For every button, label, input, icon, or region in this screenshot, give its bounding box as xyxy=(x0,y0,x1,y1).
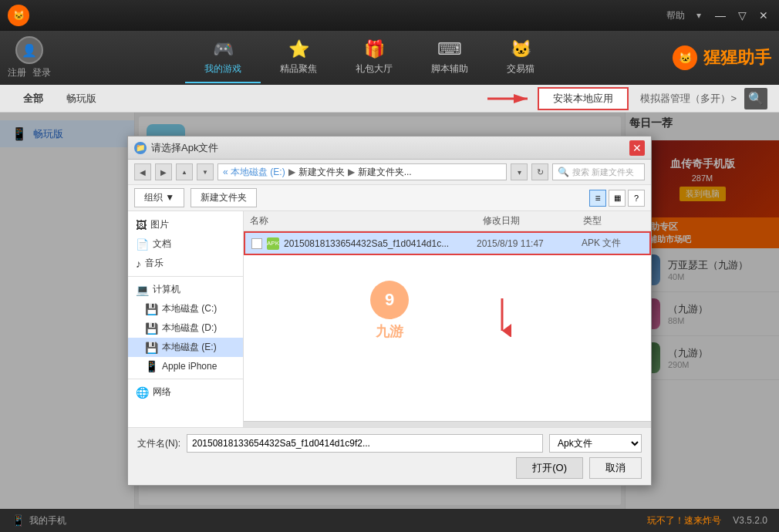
music-icon: ♪ xyxy=(136,258,141,270)
brand-logo: 🐱 xyxy=(673,45,697,70)
footer-filename-row: 文件名(N): Apk文件 xyxy=(137,434,642,453)
title-bar-actions: 帮助 ▾ — ▽ ✕ xyxy=(666,8,771,23)
path-refresh-button[interactable]: ↻ xyxy=(531,163,548,180)
col-type[interactable]: 类型 xyxy=(583,214,645,227)
nav-brand: 🐱 猩猩助手 xyxy=(673,45,771,70)
filetype-select[interactable]: Apk文件 xyxy=(549,434,642,453)
nav-item-featured[interactable]: ⭐ 精品聚焦 xyxy=(261,33,336,83)
nav-item-my-games[interactable]: 🎮 我的游戏 xyxy=(185,33,261,83)
tree-item-apple-iphone[interactable]: 📱 Apple iPhone xyxy=(128,357,243,375)
register-link[interactable]: 注册 xyxy=(8,66,26,79)
tree-label-computer: 计算机 xyxy=(153,283,180,296)
tree-item-local-c[interactable]: 💾 本地磁盘 (C:) xyxy=(128,299,243,318)
minimize-button[interactable]: — xyxy=(713,8,728,23)
phone-label: 我的手机 xyxy=(29,514,66,527)
local-d-icon: 💾 xyxy=(145,322,158,335)
nav-item-gifts[interactable]: 🎁 礼包大厅 xyxy=(336,33,412,83)
file-search-bar[interactable]: 🔍 搜索 新建文件夹 xyxy=(552,163,645,180)
file-dialog-footer: 文件名(N): Apk文件 打开(O) 取消 xyxy=(128,427,651,485)
pictures-icon: 🖼 xyxy=(136,219,147,231)
nav-icon-gifts: 🎁 xyxy=(364,39,385,59)
arrow-annotation xyxy=(487,91,534,106)
tree-sep-1 xyxy=(128,276,243,277)
tree-item-local-d[interactable]: 💾 本地磁盘 (D:) xyxy=(128,318,243,338)
local-c-icon: 💾 xyxy=(145,303,158,315)
new-folder-button[interactable]: 新建文件夹 xyxy=(191,188,257,207)
tree-item-computer[interactable]: 💻 计算机 xyxy=(128,280,243,299)
file-dialog-title-text: 📁 请选择Apk文件 xyxy=(134,141,218,155)
brand-text: 猩猩助手 xyxy=(703,46,771,69)
nav-item-scripts[interactable]: ⌨ 脚本辅助 xyxy=(412,33,487,83)
title-bar-left: 🐱 xyxy=(8,5,29,26)
phone-icon: 📱 xyxy=(12,514,25,527)
network-icon: 🌐 xyxy=(136,386,149,399)
tree-item-pictures[interactable]: 🖼 图片 xyxy=(128,215,243,234)
nav-back-button[interactable]: ◀ xyxy=(134,163,151,180)
dialog-icon: 📁 xyxy=(134,142,147,154)
file-path-bar[interactable]: « 本地磁盘 (E:) ▶ 新建文件夹 ▶ 新建文件夹... xyxy=(218,163,507,180)
file-dialog: 9 九游 📁 请选择Apk文件 ✕ ◀ ▶ ▲ xyxy=(127,136,652,486)
status-bar: 📱 我的手机 玩不了！速来炸号 V3.5.2.0 xyxy=(0,509,779,532)
nav-fwd-button[interactable]: ▶ xyxy=(155,163,172,180)
organize-button[interactable]: 组织 ▼ xyxy=(134,188,184,207)
emulator-link[interactable]: 模拟器管理（多开）> xyxy=(632,89,744,109)
path-dropdown-button[interactable]: ▾ xyxy=(511,163,528,180)
maximize-button[interactable]: ▽ xyxy=(734,8,750,23)
file-dialog-actions: 组织 ▼ 新建文件夹 ≡ ▦ ? xyxy=(128,185,651,211)
nav-up-button[interactable]: ▲ xyxy=(176,163,193,180)
install-local-btn[interactable]: 安装本地应用 xyxy=(538,87,629,110)
path-part-2: 新建文件夹 xyxy=(298,166,345,179)
version-label: V3.5.2.0 xyxy=(733,515,767,526)
tree-sep-2 xyxy=(128,379,243,379)
nav-label-trade: 交易猫 xyxy=(507,62,535,76)
right-arrow-svg xyxy=(487,91,534,106)
dialog-overlay: 9 九游 📁 请选择Apk文件 ✕ ◀ ▶ ▲ xyxy=(0,113,779,509)
view-icon-details[interactable]: ▦ xyxy=(609,190,626,207)
tree-item-documents[interactable]: 📄 文档 xyxy=(128,234,243,254)
computer-icon: 💻 xyxy=(136,284,149,296)
main-content: 📱 畅玩版 畅玩版 2015-07-02 每日一荐 xyxy=(0,113,779,509)
apk-file-type: APK 文件 xyxy=(582,237,643,250)
file-checkbox[interactable] xyxy=(251,238,262,249)
file-dialog-body: 🖼 图片 📄 文档 ♪ 音乐 💻 xyxy=(128,211,651,427)
subnav-tab-smooth[interactable]: 畅玩版 xyxy=(55,87,108,110)
tree-item-music[interactable]: ♪ 音乐 xyxy=(128,254,243,273)
col-name[interactable]: 名称 xyxy=(250,214,483,227)
login-link[interactable]: 登录 xyxy=(32,66,51,79)
search-button[interactable]: 🔍 xyxy=(744,88,767,109)
user-avatar: 👤 xyxy=(15,36,43,64)
filename-input[interactable] xyxy=(187,434,543,453)
close-button[interactable]: ✕ xyxy=(756,8,771,23)
app-logo: 🐱 xyxy=(8,5,29,26)
tree-label-music: 音乐 xyxy=(145,257,164,270)
nav-recent-button[interactable]: ▼ xyxy=(197,163,214,180)
search-icon: 🔍 xyxy=(748,91,764,106)
nav-icon-my-games: 🎮 xyxy=(213,39,234,59)
file-search-icon: 🔍 xyxy=(558,167,569,177)
nav-user: 👤 注册 登录 xyxy=(8,36,51,79)
apk-filename: 20150818133654432Sa5_f1d0414d1c... xyxy=(284,238,472,249)
view-icons: ≡ ▦ ? xyxy=(589,190,645,207)
cancel-button[interactable]: 取消 xyxy=(589,457,642,479)
status-bar-right: 玩不了！速来炸号 V3.5.2.0 xyxy=(647,514,767,527)
fun-link[interactable]: 玩不了！速来炸号 xyxy=(647,514,721,527)
tree-item-local-e[interactable]: 💾 本地磁盘 (E:) xyxy=(128,338,243,357)
nav-label-scripts: 脚本辅助 xyxy=(431,62,468,76)
nav-label-gifts: 礼包大厅 xyxy=(356,62,393,76)
file-search-placeholder: 搜索 新建文件夹 xyxy=(572,167,634,178)
apk-file-row[interactable]: APK 20150818133654432Sa5_f1d0414d1c... 2… xyxy=(244,231,651,255)
tree-item-network[interactable]: 🌐 网络 xyxy=(128,382,243,402)
documents-icon: 📄 xyxy=(136,238,149,251)
file-list-hscrollbar[interactable] xyxy=(244,421,651,427)
file-dialog-toolbar: ◀ ▶ ▲ ▼ « 本地磁盘 (E:) ▶ 新建文件夹 ▶ 新建文件夹... ▾… xyxy=(128,160,651,185)
title-bar-buttons: — ▽ ✕ xyxy=(713,8,771,23)
view-icon-list[interactable]: ≡ xyxy=(589,190,606,207)
nav-label-featured: 精品聚焦 xyxy=(280,62,317,76)
col-date[interactable]: 修改日期 xyxy=(483,214,583,227)
subnav-tab-all[interactable]: 全部 xyxy=(12,87,55,110)
view-icon-help[interactable]: ? xyxy=(628,190,645,207)
file-dialog-close-button[interactable]: ✕ xyxy=(629,140,645,156)
open-button[interactable]: 打开(O) xyxy=(516,457,583,479)
nav-item-trade[interactable]: 🐱 交易猫 xyxy=(487,33,554,83)
file-list: 名称 修改日期 类型 APK 20150818133654432Sa5_f1d0… xyxy=(244,211,651,421)
